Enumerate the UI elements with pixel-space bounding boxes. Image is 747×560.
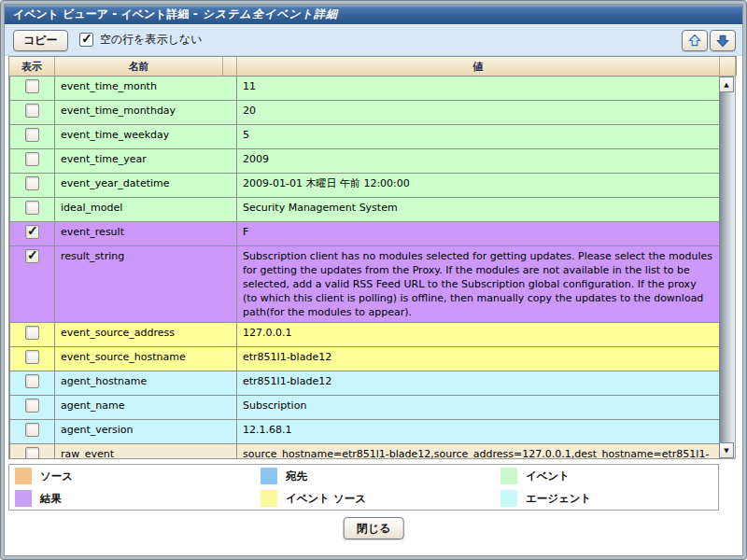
header-cell-scroll-cap xyxy=(720,57,736,76)
row-show-cell xyxy=(10,444,55,460)
table-row: event_source_address 127.0.0.1 xyxy=(10,323,720,347)
legend-swatch xyxy=(500,490,517,507)
row-visibility-checkbox[interactable] xyxy=(25,447,39,459)
row-value-cell: 2009 xyxy=(237,149,720,174)
legend-swatch xyxy=(15,468,32,484)
dialog-title: イベント ビューア - イベント詳細 - xyxy=(13,7,198,21)
dialog-window: イベント ビューア - イベント詳細 -システム全イベント詳細 コピー 空の行を… xyxy=(4,4,743,556)
row-name-cell: event_year_datetime xyxy=(55,174,237,198)
next-event-button[interactable] xyxy=(710,30,736,51)
row-value-cell: etr851l1-blade12 xyxy=(237,347,720,371)
legend-swatch xyxy=(261,490,277,507)
legend-item-result: 結果 xyxy=(9,487,255,510)
row-visibility-checkbox[interactable] xyxy=(25,423,39,437)
copy-button[interactable]: コピー xyxy=(13,30,68,51)
table-row: event_time_monthday 20 xyxy=(10,101,720,125)
row-name-cell: agent_version xyxy=(55,420,237,444)
hide-empty-rows-checkbox[interactable] xyxy=(79,33,93,47)
header-cell-gap xyxy=(223,57,237,76)
scroll-down-button[interactable]: ▼ xyxy=(719,442,734,458)
row-name-cell: event_time_month xyxy=(55,77,237,101)
row-show-cell xyxy=(10,371,55,396)
table-row: event_time_month 11 xyxy=(10,77,720,101)
hide-empty-rows-label: 空の行を表示しない xyxy=(100,32,202,48)
row-show-cell xyxy=(10,347,55,371)
legend-swatch xyxy=(15,490,32,507)
row-visibility-checkbox[interactable] xyxy=(25,128,39,142)
row-name-cell: event_result xyxy=(55,222,237,246)
legend-item-destination: 宛先 xyxy=(255,465,495,487)
row-visibility-checkbox[interactable] xyxy=(25,249,39,263)
row-visibility-checkbox[interactable] xyxy=(25,326,39,340)
row-value-cell: 12.1.68.1 xyxy=(237,420,720,444)
row-visibility-checkbox[interactable] xyxy=(25,399,39,413)
row-visibility-checkbox[interactable] xyxy=(25,201,39,215)
row-visibility-checkbox[interactable] xyxy=(25,79,39,93)
row-value-cell: 20 xyxy=(237,101,720,125)
legend-label: イベント xyxy=(526,469,570,483)
legend-item-agent: エージェント xyxy=(495,487,718,510)
dialog-title-view-name: システム全イベント詳細 xyxy=(203,7,338,21)
legend-label: 結果 xyxy=(40,492,62,506)
row-value-cell: F xyxy=(237,222,720,246)
row-value-cell: 127.0.0.1 xyxy=(237,323,720,347)
row-name-cell: raw_event xyxy=(55,444,237,460)
legend-item-event: イベント xyxy=(495,465,718,487)
row-name-cell: agent_hostname xyxy=(55,371,237,396)
row-show-cell xyxy=(10,323,55,347)
row-name-cell: event_time_monthday xyxy=(55,101,237,125)
row-visibility-checkbox[interactable] xyxy=(25,374,39,388)
window-frame: イベント ビューア - イベント詳細 -システム全イベント詳細 コピー 空の行を… xyxy=(0,0,747,560)
row-value-cell: Security Management System xyxy=(237,198,720,222)
scroll-track[interactable] xyxy=(719,92,734,442)
row-name-cell: agent_name xyxy=(55,396,237,420)
legend-swatch xyxy=(500,468,517,484)
row-visibility-checkbox[interactable] xyxy=(25,152,39,166)
toolbar: コピー 空の行を表示しない xyxy=(5,24,742,56)
arrow-down-icon xyxy=(715,34,730,48)
row-value-cell: Subscription client has no modules selec… xyxy=(237,246,720,323)
header-cell-value: 値 xyxy=(237,57,720,76)
legend-label: イベント ソース xyxy=(286,492,366,506)
row-show-cell xyxy=(10,222,55,246)
row-name-cell: event_time_weekday xyxy=(55,125,237,149)
table-row: raw_event source_hostname=etr851l1-blade… xyxy=(10,444,720,460)
legend-item-event-source: イベント ソース xyxy=(255,487,495,510)
table-row: event_year_datetime 2009-01-01 木曜日 午前 12… xyxy=(10,174,720,198)
legend: ソース 宛先 イベント 結果 イベント ソース エージェント xyxy=(8,464,719,511)
row-visibility-checkbox[interactable] xyxy=(25,176,39,190)
table-row: event_time_year 2009 xyxy=(10,149,720,174)
row-value-cell: 11 xyxy=(237,77,720,101)
table-row: agent_version 12.1.68.1 xyxy=(10,420,720,444)
close-button[interactable]: 閉じる xyxy=(344,517,404,539)
row-show-cell xyxy=(10,246,55,323)
row-name-cell: ideal_model xyxy=(55,198,237,222)
row-show-cell xyxy=(10,149,55,174)
table-row: ideal_model Security Management System xyxy=(10,198,720,222)
row-show-cell xyxy=(10,396,55,420)
table-row: event_time_weekday 5 xyxy=(10,125,720,149)
legend-label: 宛先 xyxy=(286,469,307,483)
legend-item-source: ソース xyxy=(9,465,255,487)
table-row: agent_name Subscription xyxy=(10,396,720,420)
row-visibility-checkbox[interactable] xyxy=(25,225,39,239)
row-visibility-checkbox[interactable] xyxy=(25,350,39,364)
row-visibility-checkbox[interactable] xyxy=(25,104,39,118)
event-detail-grid: 表示 名前 値 event_time_month 11 event_time_m… xyxy=(8,56,737,459)
scroll-up-button[interactable]: ▲ xyxy=(719,77,734,92)
previous-event-button[interactable] xyxy=(682,30,708,51)
table-row: result_string Subscription client has no… xyxy=(10,246,720,323)
table-row: event_source_hostname etr851l1-blade12 xyxy=(10,347,720,371)
row-value-cell: 2009-01-01 木曜日 午前 12:00:00 xyxy=(237,174,720,198)
header-cell-show: 表示 xyxy=(9,57,55,76)
table-row: event_result F xyxy=(10,222,720,246)
row-value-cell: 5 xyxy=(237,125,720,149)
row-value-cell: Subscription xyxy=(237,396,720,420)
row-show-cell xyxy=(10,420,55,444)
row-show-cell xyxy=(10,77,55,101)
row-name-cell: result_string xyxy=(55,246,237,323)
row-value-cell: etr851l1-blade12 xyxy=(237,371,720,396)
vertical-scrollbar[interactable]: ▲ ▼ xyxy=(719,76,736,459)
row-show-cell xyxy=(10,198,55,222)
row-show-cell xyxy=(10,174,55,198)
